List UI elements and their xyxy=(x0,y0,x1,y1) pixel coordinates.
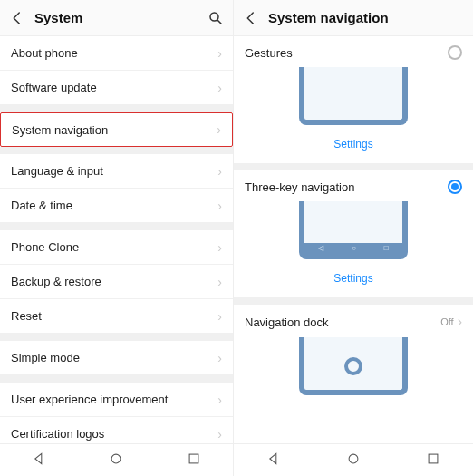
chevron-right-icon: › xyxy=(217,164,222,179)
item-language-input[interactable]: Language & input › xyxy=(0,154,233,189)
item-system-navigation[interactable]: System navigation › xyxy=(0,112,233,147)
nav-recent-glyph: □ xyxy=(384,245,389,252)
chevron-right-icon: › xyxy=(217,240,222,255)
dock-circle-icon xyxy=(344,357,362,375)
item-about-phone[interactable]: About phone › xyxy=(0,36,233,71)
item-label: System navigation xyxy=(12,123,217,137)
chevron-right-icon: › xyxy=(217,122,221,137)
android-navbar xyxy=(0,443,233,476)
back-icon[interactable] xyxy=(243,10,259,26)
item-certification-logos[interactable]: Certification logos › xyxy=(0,417,233,443)
page-title: System xyxy=(34,10,208,25)
option-status: Off xyxy=(440,316,453,327)
three-key-settings-link[interactable]: Settings xyxy=(234,265,473,297)
search-icon[interactable] xyxy=(208,10,224,26)
item-date-time[interactable]: Date & time › xyxy=(0,189,233,223)
item-software-update[interactable]: Software update › xyxy=(0,71,233,105)
item-label: Reset xyxy=(11,309,217,323)
system-navigation-pane: System navigation Gestures Settings Thre… xyxy=(234,0,473,476)
option-gestures[interactable]: Gestures xyxy=(234,36,473,63)
nav-back-icon[interactable] xyxy=(33,452,45,469)
option-navigation-dock[interactable]: Navigation dock Off › xyxy=(234,305,473,334)
option-three-key[interactable]: Three-key navigation xyxy=(234,170,473,198)
svg-point-0 xyxy=(210,13,218,21)
nav-back-icon[interactable] xyxy=(267,452,280,469)
nav-home-icon[interactable] xyxy=(347,452,360,469)
chevron-right-icon: › xyxy=(458,314,462,330)
item-backup-restore[interactable]: Backup & restore › xyxy=(0,265,233,299)
item-label: Simple mode xyxy=(11,351,217,364)
nav-recent-icon[interactable] xyxy=(427,452,439,469)
header: System xyxy=(0,0,233,36)
chevron-right-icon: › xyxy=(217,351,222,365)
gestures-settings-link[interactable]: Settings xyxy=(234,131,473,163)
nav-options: Gestures Settings Three-key navigation ◁… xyxy=(234,36,473,443)
nav-back-glyph: ◁ xyxy=(318,245,323,252)
svg-point-4 xyxy=(349,454,358,463)
radio-selected-icon[interactable] xyxy=(448,180,462,194)
svg-rect-5 xyxy=(429,454,438,463)
system-settings-pane: System About phone › Software update › S… xyxy=(0,0,234,476)
item-user-experience[interactable]: User experience improvement › xyxy=(0,383,233,417)
chevron-right-icon: › xyxy=(217,199,222,213)
item-phone-clone[interactable]: Phone Clone › xyxy=(0,230,233,265)
chevron-right-icon: › xyxy=(217,275,222,289)
item-label: Backup & restore xyxy=(11,275,217,288)
item-label: Date & time xyxy=(11,199,217,212)
item-simple-mode[interactable]: Simple mode › xyxy=(0,341,233,375)
radio-unselected-icon[interactable] xyxy=(448,45,462,60)
nav-home-icon[interactable] xyxy=(110,452,122,469)
three-key-preview: ◁ ○ □ xyxy=(299,201,408,259)
svg-line-1 xyxy=(217,20,221,24)
nav-recent-icon[interactable] xyxy=(188,452,200,469)
chevron-right-icon: › xyxy=(217,46,222,61)
header: System navigation xyxy=(234,0,473,36)
item-label: Certification logos xyxy=(11,427,217,441)
option-label: Gestures xyxy=(245,46,448,60)
item-label: Language & input xyxy=(11,164,217,178)
dock-preview xyxy=(299,337,408,395)
gestures-preview xyxy=(299,67,408,125)
item-label: Software update xyxy=(11,81,217,94)
nav-home-glyph: ○ xyxy=(352,245,356,252)
option-label: Navigation dock xyxy=(245,316,440,329)
item-label: User experience improvement xyxy=(11,393,217,406)
item-reset[interactable]: Reset › xyxy=(0,299,233,334)
chevron-right-icon: › xyxy=(217,393,222,407)
svg-point-2 xyxy=(112,454,121,463)
page-title: System navigation xyxy=(268,10,464,25)
item-label: About phone xyxy=(11,46,217,60)
settings-list: About phone › Software update › System n… xyxy=(0,36,233,443)
chevron-right-icon: › xyxy=(217,309,222,324)
back-icon[interactable] xyxy=(9,10,25,26)
android-navbar xyxy=(234,443,473,476)
option-label: Three-key navigation xyxy=(245,180,448,194)
item-label: Phone Clone xyxy=(11,240,217,254)
chevron-right-icon: › xyxy=(217,81,222,95)
chevron-right-icon: › xyxy=(217,427,222,442)
svg-rect-3 xyxy=(189,454,198,463)
